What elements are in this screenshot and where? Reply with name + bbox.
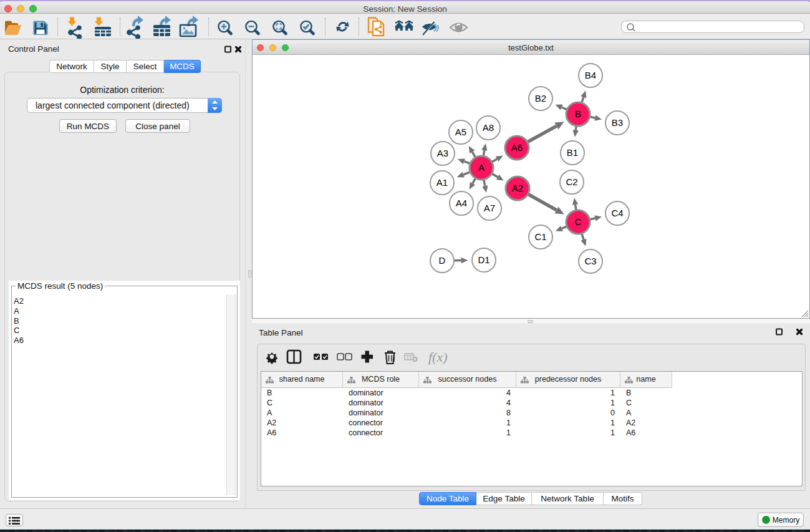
svg-text:C: C	[575, 216, 582, 227]
svg-text:A6: A6	[511, 142, 523, 153]
svg-text:B2: B2	[535, 93, 546, 104]
svg-text:C2: C2	[566, 177, 577, 187]
svg-text:A3: A3	[437, 148, 448, 158]
svg-text:A2: A2	[512, 183, 523, 193]
svg-text:A4: A4	[456, 198, 467, 208]
svg-text:B4: B4	[585, 70, 596, 80]
svg-text:C4: C4	[611, 208, 623, 218]
svg-text:D: D	[439, 255, 446, 266]
svg-text:D1: D1	[478, 254, 489, 265]
svg-text:C1: C1	[534, 231, 546, 242]
svg-text:A5: A5	[455, 127, 466, 137]
svg-text:A: A	[478, 162, 485, 173]
svg-text:A8: A8	[483, 122, 494, 133]
svg-text:B3: B3	[612, 117, 623, 128]
svg-text:A7: A7	[484, 203, 495, 213]
svg-text:B1: B1	[567, 147, 578, 158]
svg-text:A1: A1	[436, 177, 448, 188]
svg-text:f(x): f(x)	[428, 349, 448, 365]
svg-text:B: B	[575, 109, 581, 119]
svg-text:C3: C3	[584, 256, 596, 266]
